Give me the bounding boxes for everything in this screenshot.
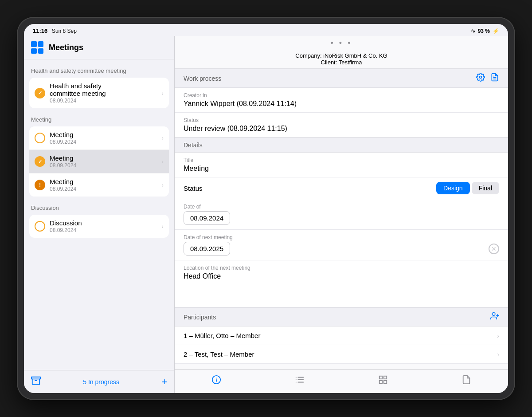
date-value[interactable]: 08.09.2024	[184, 211, 230, 225]
item-text-meeting-3: Meeting 08.09.2024	[50, 178, 161, 192]
tab-info[interactable]	[203, 373, 230, 389]
item-icon-discussion	[35, 221, 45, 232]
client-label: Client:	[321, 59, 337, 66]
item-name-discussion: Discussion	[50, 219, 161, 227]
svg-point-2	[480, 76, 482, 79]
participant-row-2[interactable]: 2 – Test, Test – Member ›	[175, 345, 508, 364]
chevron-participant-2: ›	[497, 351, 499, 358]
item-name-meeting-2: Meeting	[50, 154, 161, 162]
sidebar-item-health[interactable]: ✓ Health and safetycommittee meeting 08.…	[29, 78, 169, 108]
details-title: Details	[184, 142, 203, 149]
svg-rect-17	[379, 376, 382, 379]
status-buttons: Design Final	[436, 182, 499, 194]
work-process-section: Work process	[175, 69, 508, 138]
item-date-health: 08.09.2024	[50, 98, 161, 104]
item-icon-meeting-3: !	[35, 180, 45, 190]
company-info-line1: Company: iNoRisk GmbH & Co. KG	[184, 52, 499, 59]
svg-rect-18	[384, 376, 387, 379]
status-time: 11:16	[33, 28, 47, 34]
status-label-wp: Status	[184, 117, 499, 123]
next-meeting-label: Date of next meeting	[184, 234, 499, 240]
item-name-meeting-3: Meeting	[50, 178, 161, 185]
right-panel: • • • Company: iNoRisk GmbH & Co. KG Cli…	[175, 36, 508, 393]
participant-row-1[interactable]: 1 – Müller, Otto – Member ›	[175, 327, 508, 345]
item-icon-meeting-1	[35, 133, 45, 143]
status-final-btn[interactable]: Final	[472, 182, 499, 194]
tab-pdf[interactable]	[453, 373, 480, 389]
grid-dot-3	[31, 48, 37, 54]
svg-rect-0	[31, 377, 40, 379]
chevron-icon-health: ›	[161, 90, 164, 97]
item-text-meeting-2: Meeting 08.09.2024	[50, 154, 161, 169]
date-field: Date of 08.09.2024	[175, 199, 508, 230]
company-name: iNoRisk GmbH & Co. KG	[323, 52, 387, 59]
bottom-tabs	[175, 369, 508, 393]
item-icon-health: ✓	[35, 88, 45, 98]
sidebar-items-discussion: Discussion 08.09.2024 ›	[29, 215, 169, 238]
wifi-percent: 93 %	[478, 28, 490, 34]
footer-progress: 5 In progress	[83, 378, 119, 386]
item-icon-meeting-2: ✓	[35, 156, 45, 167]
participants-title: Participants	[184, 314, 216, 321]
status-row-details: Status Design Final	[175, 177, 508, 199]
sidebar: Meetings Health and safety committee mee…	[24, 36, 175, 393]
tab-list[interactable]	[286, 373, 313, 389]
status-field-workprocess: Status Under review (08.09.2024 11:15)	[175, 113, 508, 138]
next-meeting-value[interactable]: 08.09.2025	[184, 242, 230, 256]
grid-icon[interactable]	[31, 41, 43, 54]
section-icons-work	[476, 73, 499, 84]
archive-icon[interactable]	[31, 376, 41, 388]
location-field: Location of the next meeting Head Office	[175, 260, 508, 307]
sidebar-footer: 5 In progress +	[24, 370, 174, 393]
notes-icon[interactable]	[490, 73, 499, 84]
svg-rect-20	[384, 381, 387, 383]
battery-icon: ⚡	[493, 28, 499, 34]
sidebar-item-meeting-2[interactable]: ✓ Meeting 08.09.2024 ›	[29, 150, 169, 173]
chevron-icon-meeting-3: ›	[161, 181, 164, 189]
sidebar-header: Meetings	[24, 36, 174, 59]
location-value: Head Office	[184, 272, 499, 280]
grid-dot-1	[31, 41, 37, 47]
item-name-health: Health and safetycommittee meeting	[50, 82, 161, 97]
add-person-icon[interactable]	[490, 311, 499, 323]
title-value: Meeting	[184, 165, 499, 173]
participant-1: 1 – Müller, Otto – Member	[184, 332, 260, 339]
title-label: Title	[184, 157, 499, 163]
client-name: Testfirma	[339, 59, 362, 66]
sidebar-item-meeting-1[interactable]: Meeting 08.09.2024 ›	[29, 126, 169, 150]
company-label: Company:	[295, 52, 321, 59]
app-container: Meetings Health and safety committee mee…	[24, 36, 508, 393]
item-date-discussion: 08.09.2024	[50, 227, 161, 233]
chevron-icon-meeting-2: ›	[161, 158, 164, 165]
settings-icon[interactable]	[476, 73, 485, 84]
item-text-discussion: Discussion 08.09.2024	[50, 219, 161, 233]
pdf-tab-icon	[462, 375, 471, 387]
list-tab-icon	[295, 375, 305, 387]
details-header: Details	[175, 138, 508, 153]
creator-field: Creator:in Yannick Wippert (08.09.2024 1…	[175, 88, 508, 113]
item-date-meeting-3: 08.09.2024	[50, 186, 161, 192]
section-label-discussion: Discussion	[24, 202, 174, 213]
clear-date-button[interactable]: ✕	[489, 244, 499, 254]
right-content[interactable]: Work process	[175, 69, 508, 369]
section-label-meeting: Meeting	[24, 114, 174, 125]
chevron-icon-discussion: ›	[161, 223, 164, 230]
next-meeting-wrap: 08.09.2025 ✕	[184, 242, 499, 256]
status-right: ∿ 93 % ⚡	[471, 28, 499, 34]
item-text-health: Health and safetycommittee meeting 08.09…	[50, 82, 161, 104]
info-tab-icon	[211, 375, 221, 387]
sidebar-item-discussion[interactable]: Discussion 08.09.2024 ›	[29, 215, 169, 238]
add-button[interactable]: +	[161, 376, 167, 388]
next-meeting-field: Date of next meeting 08.09.2025 ✕	[175, 230, 508, 260]
tab-grid[interactable]	[369, 373, 397, 389]
status-design-btn[interactable]: Design	[436, 182, 470, 194]
sidebar-content: Health and safety committee meeting ✓ He…	[24, 59, 174, 370]
grid-dot-2	[38, 41, 44, 47]
svg-rect-19	[379, 381, 382, 383]
participant-2: 2 – Test, Test – Member	[184, 350, 254, 358]
sidebar-item-meeting-3[interactable]: ! Meeting 08.09.2024 ›	[29, 173, 169, 197]
participants-section: Participants 1 – Mül	[175, 307, 508, 364]
item-date-meeting-2: 08.09.2024	[50, 162, 161, 169]
work-process-title: Work process	[184, 75, 221, 82]
sidebar-title: Meetings	[49, 43, 83, 52]
